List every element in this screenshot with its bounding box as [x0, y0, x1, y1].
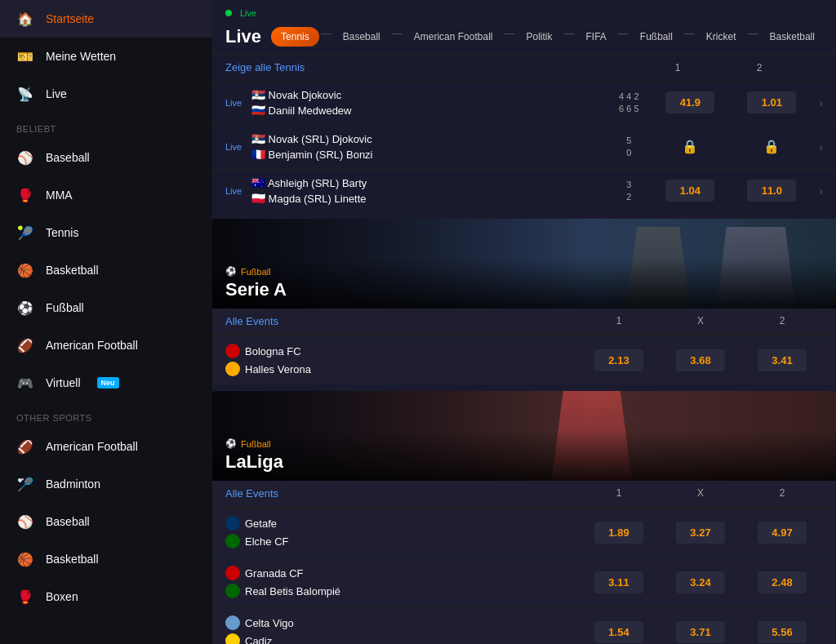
- tennis-match-row: Live 🇷🇸 Novak (SRL) Djokovic 🇫🇷 Benjamin…: [212, 124, 836, 168]
- sidebar-item-virtuell[interactable]: 🎮 Virtuell Neu: [0, 364, 212, 402]
- event-odds-btn-1[interactable]: 1.54: [594, 621, 643, 643]
- team2-flag: 🇵🇱: [251, 192, 265, 205]
- live-tab-fifa[interactable]: FIFA: [576, 27, 616, 47]
- live-tab-american-football[interactable]: American Football: [404, 27, 503, 47]
- serie-a-overlay: ⚽ Fußball Serie A: [212, 258, 836, 309]
- event-odds-btn-2[interactable]: 5.56: [758, 621, 807, 643]
- event-odds-btn-x[interactable]: 3.24: [676, 571, 725, 593]
- match-live-badge: Live: [225, 142, 251, 152]
- col-header-1: 1: [637, 62, 718, 73]
- sidebar-item-basketball[interactable]: 🏀 Basketball: [0, 251, 212, 289]
- chevron-right-icon[interactable]: ›: [819, 184, 823, 198]
- laliga-sport-label: ⚽ Fußball: [225, 438, 823, 449]
- team2-badge: [225, 584, 240, 598]
- event-odds-btn-1[interactable]: 2.13: [594, 349, 643, 371]
- sidebar-item-fussball[interactable]: ⚽ Fußball: [0, 289, 212, 326]
- team2-name: 🇫🇷 Benjamin (SRL) Bonzi: [251, 148, 608, 161]
- event-team1: Granada CF: [225, 566, 578, 580]
- event-team2: Real Betis Balompié: [225, 584, 578, 598]
- boxen-icon: 🥊: [16, 588, 34, 606]
- odds-button-2[interactable]: 1.01: [747, 91, 796, 113]
- live-tab-tennis[interactable]: Tennis: [271, 27, 319, 47]
- chevron-right-icon[interactable]: ›: [819, 140, 823, 153]
- event-odds-btn-x[interactable]: 3.68: [676, 349, 725, 371]
- live-tab-basketball[interactable]: Basketball: [760, 27, 823, 47]
- sidebar-item-meine-wetten[interactable]: 🎫 Meine Wetten: [0, 38, 212, 75]
- live-tab-kricket[interactable]: Kricket: [696, 27, 746, 47]
- odds-button-2[interactable]: 11.0: [747, 180, 796, 202]
- live-title: Live: [225, 26, 261, 47]
- match-odds-1: 41.9: [649, 91, 731, 113]
- live-tab-baseball[interactable]: Baseball: [333, 27, 390, 47]
- live-icon: 📡: [16, 85, 34, 103]
- startseite-icon: 🏠: [16, 10, 34, 28]
- odds-button-1[interactable]: 1.04: [665, 180, 714, 202]
- team1-badge: [225, 615, 240, 630]
- sidebar-item-american-football[interactable]: 🏈 American Football: [0, 326, 212, 364]
- live-title-bar: Live Tennis—Baseball—American Football—P…: [212, 23, 836, 54]
- sidebar-item-mma[interactable]: 🥊 MMA: [0, 176, 212, 214]
- serie-a-col2: 2: [741, 315, 823, 327]
- meine-wetten-label: Meine Wetten: [46, 50, 116, 63]
- baseball-label: Baseball: [46, 151, 90, 164]
- event-odds-1: 2.13: [578, 349, 660, 371]
- event-team2: Cadiz: [225, 633, 578, 644]
- match-odds-1: 1.04: [649, 180, 731, 202]
- event-odds-1: 1.54: [578, 621, 660, 643]
- event-odds-btn-2[interactable]: 2.48: [758, 571, 807, 593]
- american-football-label: American Football: [46, 339, 138, 352]
- live-label: Live: [46, 87, 67, 100]
- virtuell-badge: Neu: [97, 377, 119, 389]
- team1-name: Bologna FC: [245, 345, 301, 358]
- sidebar-item-american-football-2[interactable]: 🏈 American Football: [0, 428, 212, 465]
- match-teams: 🇦🇺 Ashleigh (SRL) Barty 🇵🇱 Magda (SRL) L…: [251, 176, 608, 205]
- team1-flag: 🇷🇸: [251, 88, 265, 101]
- show-all-tennis[interactable]: Zeige alle Tennis: [225, 61, 637, 73]
- match-odds-2-locked: 🔒: [731, 139, 812, 154]
- sidebar-item-baseball[interactable]: ⚾ Baseball: [0, 139, 212, 176]
- event-match-teams: Getafe Elche CF: [225, 516, 578, 549]
- live-tab-politik[interactable]: Politik: [516, 27, 562, 47]
- event-match-row: Celta Vigo Cadiz 1.54 3.71 5.56: [212, 606, 836, 644]
- live-tab-fussball[interactable]: Fußball: [630, 27, 683, 47]
- sidebar-item-basketball-2[interactable]: 🏀 Basketball: [0, 540, 212, 578]
- show-all-laliga[interactable]: Alle Events: [225, 487, 578, 500]
- event-odds-btn-1[interactable]: 3.11: [594, 571, 643, 593]
- sidebar-item-live[interactable]: 📡 Live: [0, 75, 212, 113]
- show-all-serie-a[interactable]: Alle Events: [225, 315, 578, 327]
- section-label-other: Other sports: [0, 402, 212, 428]
- event-odds-btn-2[interactable]: 3.41: [758, 349, 807, 371]
- event-team1: Getafe: [225, 516, 578, 531]
- laliga-col2: 2: [741, 487, 823, 500]
- event-team2: Elche CF: [225, 534, 578, 549]
- american-football-2-icon: 🏈: [16, 437, 34, 455]
- live-section: Live Live Tennis—Baseball—American Footb…: [212, 0, 836, 212]
- sidebar-item-boxen[interactable]: 🥊 Boxen: [0, 578, 212, 615]
- lock-icon: 🔒: [682, 140, 698, 153]
- score-team1: 3: [626, 180, 631, 189]
- event-odds-btn-2[interactable]: 4.97: [758, 522, 807, 544]
- sidebar-item-tennis[interactable]: 🎾 Tennis: [0, 214, 212, 251]
- main-content: Live Live Tennis—Baseball—American Footb…: [212, 0, 836, 644]
- event-match-teams: Celta Vigo Cadiz: [225, 615, 578, 644]
- baseball-2-label: Baseball: [46, 515, 90, 528]
- event-odds-btn-1[interactable]: 1.89: [594, 522, 643, 544]
- event-odds-btn-x[interactable]: 3.27: [676, 522, 725, 544]
- sidebar-item-badminton[interactable]: 🏸 Badminton: [0, 465, 212, 503]
- team2-flag: 🇫🇷: [251, 148, 265, 161]
- chevron-right-icon[interactable]: ›: [819, 96, 823, 109]
- event-odds-btn-x[interactable]: 3.71: [676, 621, 725, 643]
- sidebar-item-startseite[interactable]: 🏠 Startseite: [0, 0, 212, 38]
- sidebar: 🏠 Startseite 🎫 Meine Wetten 📡 Live Belie…: [0, 0, 212, 644]
- sidebar-item-baseball-2[interactable]: ⚾ Baseball: [0, 503, 212, 540]
- team2-name: Halles Verona: [245, 363, 311, 375]
- odds-button-1[interactable]: 41.9: [665, 91, 714, 113]
- meine-wetten-icon: 🎫: [16, 47, 34, 65]
- serie-a-card: ⚽ Fußball Serie A Alle Events 1 X 2 Bolo…: [212, 219, 836, 384]
- team1-name: Granada CF: [245, 567, 304, 580]
- laliga-odds-header: Alle Events 1 X 2: [212, 481, 836, 507]
- match-score: 3 2: [608, 180, 649, 202]
- event-odds-2: 4.97: [741, 522, 823, 544]
- score-team2: 2: [626, 192, 631, 202]
- badminton-label: Badminton: [46, 477, 100, 491]
